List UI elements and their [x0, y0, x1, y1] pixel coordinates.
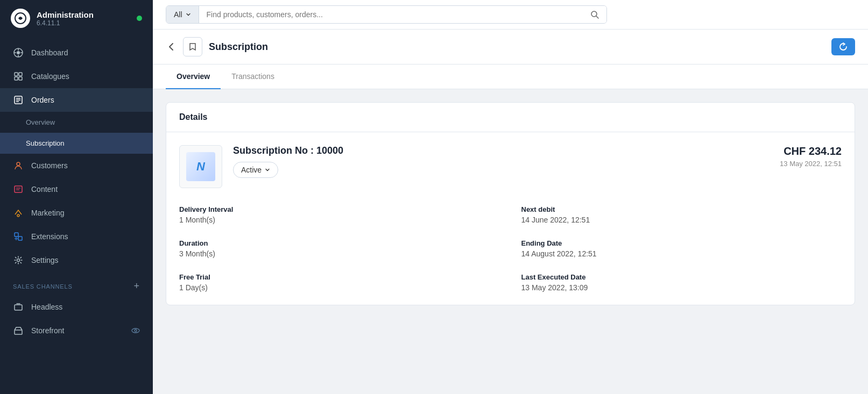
detail-next-debit: Next debit 14 June 2022, 12:51 — [521, 205, 842, 224]
sidebar-item-customers-label: Customers — [31, 161, 68, 170]
main-content: All — [153, 0, 868, 394]
orders-icon — [13, 95, 24, 105]
status-text: Active — [241, 166, 262, 174]
svg-point-15 — [17, 162, 20, 166]
sidebar-item-marketing[interactable]: Marketing — [0, 201, 153, 225]
svg-rect-10 — [19, 77, 22, 80]
sidebar-item-orders-subscription-label: Subscription — [26, 139, 65, 147]
svg-point-19 — [17, 214, 19, 217]
back-button[interactable] — [166, 41, 177, 52]
sidebar-nav: Dashboard Catalogues — [0, 37, 153, 394]
subscription-price-block: CHF 234.12 13 May 2022, 12:51 — [780, 145, 842, 168]
sidebar-item-catalogues[interactable]: Catalogues — [0, 65, 153, 88]
sidebar-item-orders[interactable]: Orders — [0, 88, 153, 112]
search-filter-label: All — [174, 10, 182, 19]
topbar: All — [153, 0, 868, 30]
sidebar-item-catalogues-label: Catalogues — [31, 72, 69, 81]
header-actions — [831, 38, 855, 55]
catalogues-icon — [13, 71, 24, 82]
sidebar-item-extensions[interactable]: Extensions — [0, 225, 153, 248]
subscription-info: Subscription No : 10000 Active — [233, 145, 769, 178]
chevron-down-icon — [186, 12, 191, 17]
content-icon — [13, 184, 24, 195]
svg-point-29 — [135, 329, 137, 332]
marketing-icon — [13, 207, 24, 218]
search-submit-icon[interactable] — [583, 6, 606, 23]
detail-free-trial: Free Trial 1 Day(s) — [179, 273, 500, 292]
svg-point-2 — [17, 51, 20, 54]
app-logo — [11, 9, 30, 28]
bookmark-icon-button[interactable] — [183, 37, 202, 56]
svg-rect-8 — [19, 73, 22, 76]
storefront-eye-icon[interactable] — [131, 326, 140, 335]
chevron-down-icon — [265, 167, 270, 173]
sidebar-item-dashboard[interactable]: Dashboard — [0, 41, 153, 65]
subscription-price-date: 13 May 2022, 12:51 — [780, 160, 842, 168]
sidebar-item-extensions-label: Extensions — [31, 232, 68, 241]
extensions-icon — [13, 231, 24, 242]
details-grid: Delivery Interval 1 Month(s) Next debit … — [179, 205, 842, 292]
subscription-logo-inner: N — [186, 152, 215, 181]
tab-transactions[interactable]: Transactions — [221, 65, 285, 89]
page-header: Subscription — [153, 30, 868, 65]
sidebar-item-dashboard-label: Dashboard — [31, 48, 68, 57]
tab-overview[interactable]: Overview — [166, 65, 221, 89]
app-name: Administration — [37, 10, 130, 19]
refresh-button[interactable] — [831, 38, 855, 55]
status-badge[interactable]: Active — [233, 162, 278, 178]
subscription-price: CHF 234.12 — [780, 145, 842, 157]
sidebar: Administration 6.4.11.1 Dashboard — [0, 0, 153, 394]
tabs-bar: Overview Transactions — [153, 65, 868, 89]
svg-point-28 — [132, 328, 139, 333]
headless-icon — [13, 302, 24, 312]
sidebar-item-orders-subscription[interactable]: Subscription — [0, 133, 153, 154]
sidebar-item-settings[interactable]: Settings — [0, 248, 153, 272]
sidebar-item-storefront[interactable]: Storefront — [0, 319, 153, 342]
svg-rect-20 — [15, 233, 18, 237]
sidebar-item-marketing-label: Marketing — [31, 209, 64, 217]
sidebar-item-customers[interactable]: Customers — [0, 154, 153, 177]
sidebar-item-orders-label: Orders — [31, 96, 54, 104]
add-sales-channel-icon[interactable]: + — [134, 281, 140, 292]
sidebar-item-content-label: Content — [31, 185, 58, 194]
sidebar-item-headless-label: Headless — [31, 303, 62, 311]
svg-rect-25 — [15, 305, 22, 310]
sidebar-header: Administration 6.4.11.1 — [0, 0, 153, 37]
status-dot — [137, 16, 142, 21]
svg-rect-7 — [15, 73, 18, 76]
details-card: Details N Subscription No : 10000 Active — [166, 102, 855, 305]
svg-rect-9 — [15, 77, 18, 80]
storefront-icon — [13, 325, 24, 336]
svg-rect-16 — [15, 186, 22, 192]
svg-point-24 — [17, 259, 20, 262]
svg-line-31 — [596, 16, 598, 18]
detail-duration: Duration 3 Month(s) — [179, 239, 500, 258]
detail-last-executed-date: Last Executed Date 13 May 2022, 13:09 — [521, 273, 842, 292]
app-version: 6.4.11.1 — [37, 19, 130, 27]
dashboard-icon — [13, 47, 24, 58]
sidebar-item-content[interactable]: Content — [0, 177, 153, 201]
svg-rect-21 — [18, 237, 22, 240]
subscription-logo: N — [179, 145, 222, 188]
svg-rect-27 — [15, 330, 22, 334]
detail-ending-date: Ending Date 14 August 2022, 12:51 — [521, 239, 842, 258]
sidebar-item-orders-overview-label: Overview — [26, 118, 55, 126]
sales-channels-section: Sales Channels + — [0, 272, 153, 295]
search-filter-dropdown[interactable]: All — [166, 6, 199, 23]
details-card-heading: Details — [166, 103, 855, 132]
subscription-top-row: N Subscription No : 10000 Active CHF 234… — [179, 145, 842, 188]
content-area: Details N Subscription No : 10000 Active — [153, 89, 868, 394]
subscription-number: Subscription No : 10000 — [233, 145, 769, 156]
customers-icon — [13, 160, 24, 171]
sidebar-item-storefront-label: Storefront — [31, 326, 64, 335]
detail-delivery-interval: Delivery Interval 1 Month(s) — [179, 205, 500, 224]
sidebar-item-settings-label: Settings — [31, 256, 59, 264]
page-title: Subscription — [209, 41, 268, 53]
sidebar-item-headless[interactable]: Headless — [0, 295, 153, 319]
settings-icon — [13, 255, 24, 266]
sidebar-item-orders-overview[interactable]: Overview — [0, 112, 153, 133]
details-card-body: N Subscription No : 10000 Active CHF 234… — [166, 132, 855, 305]
search-input[interactable] — [199, 6, 583, 23]
search-bar: All — [166, 5, 607, 24]
